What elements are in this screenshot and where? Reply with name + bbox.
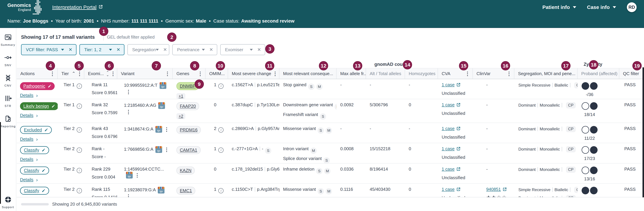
cva-case-link[interactable]: 1 case bbox=[442, 102, 454, 107]
variant-menu-icon[interactable]: ⋮ bbox=[164, 147, 169, 152]
details-link[interactable]: Details› bbox=[20, 113, 56, 118]
column-menu-icon[interactable]: ⋮ bbox=[333, 71, 336, 77]
filter-chip-exomiser[interactable]: Exomiser✕ bbox=[220, 44, 265, 55]
gene-pill[interactable]: EMC1 bbox=[176, 187, 195, 195]
column-menu-icon[interactable]: ⋮ bbox=[76, 71, 82, 77]
variant-menu-icon[interactable]: ⋮ bbox=[126, 109, 131, 115]
gene-pill[interactable]: PRDM16 bbox=[176, 126, 201, 134]
column-header-most-relevant-consequence[interactable]: Most relevant conseque...⋮ bbox=[279, 68, 336, 79]
column-menu-icon[interactable]: ⋮ bbox=[109, 71, 116, 77]
column-header-genes[interactable]: Genes⋮ bbox=[173, 68, 206, 79]
remove-filter-icon[interactable]: ✕ bbox=[116, 47, 120, 52]
igv-icon[interactable]: igv bbox=[158, 102, 165, 109]
more-genes-chip[interactable]: +2 bbox=[176, 113, 185, 119]
sidebar-item-support[interactable]: Support bbox=[0, 196, 16, 209]
remove-filter-icon[interactable]: ✕ bbox=[209, 47, 213, 52]
filter-chip-penetrance[interactable]: Penetrance✕ bbox=[172, 44, 217, 55]
filter-chip-segregation[interactable]: Segregation✕ bbox=[127, 44, 169, 55]
variant-menu-icon[interactable]: ⋮ bbox=[164, 127, 169, 132]
sidebar-item-str[interactable]: STR bbox=[0, 94, 16, 108]
igv-icon[interactable]: igv bbox=[156, 126, 162, 133]
patient-info-menu[interactable]: Patient info bbox=[542, 4, 576, 10]
remove-filter-icon[interactable]: ✕ bbox=[163, 47, 167, 52]
igv-icon[interactable]: igv bbox=[160, 82, 166, 89]
cell-segregation: DominantMonoallelicCP bbox=[514, 143, 578, 163]
vertical-scrollbar[interactable] bbox=[642, 67, 644, 197]
cva-case-link[interactable]: 1 case bbox=[442, 82, 454, 87]
sidebar-item-cnv[interactable]: CNV bbox=[0, 74, 16, 87]
column-menu-icon[interactable]: ⋮ bbox=[225, 71, 228, 77]
filter-chip-vcf-filter-pass[interactable]: VCF filter: PASS✕ bbox=[21, 44, 76, 55]
horizontal-scrollbar-thumb[interactable] bbox=[21, 203, 49, 205]
qc-filter-value: PASS bbox=[624, 82, 636, 87]
classification-button[interactable]: Likely benign bbox=[20, 102, 58, 110]
clinvar-link[interactable]: 940851 bbox=[486, 187, 501, 192]
column-menu-icon[interactable]: ⋮ bbox=[196, 71, 203, 77]
details-link[interactable]: Details› bbox=[20, 93, 56, 98]
chevron-down-icon[interactable] bbox=[156, 49, 159, 51]
chevron-down-icon[interactable] bbox=[61, 49, 64, 51]
interpretation-portal-link[interactable]: Interpretation Portal bbox=[52, 4, 103, 10]
column-header-segregation[interactable]: Segregation, MOI and pene...⋮ bbox=[514, 68, 578, 79]
cva-case-link[interactable]: 1 case bbox=[442, 146, 454, 151]
igv-icon[interactable]: igv bbox=[158, 187, 164, 193]
column-header-exomiser[interactable]: Exomi...⌃⌄⋮ bbox=[84, 68, 117, 79]
more-genes-chip[interactable]: +1 bbox=[176, 93, 185, 99]
gene-pill[interactable]: KAZN bbox=[176, 166, 195, 174]
classification-label: Pathogenic bbox=[24, 84, 45, 89]
cva-case-link[interactable]: 1 case bbox=[442, 166, 454, 172]
details-link[interactable]: Details› bbox=[20, 157, 56, 162]
variant-menu-icon[interactable]: ⋮ bbox=[135, 172, 140, 178]
column-menu-icon[interactable]: ⋮ bbox=[505, 71, 512, 77]
igv-icon[interactable]: igv bbox=[156, 146, 162, 153]
column-menu-icon[interactable]: ⋮ bbox=[48, 71, 55, 77]
classification-button[interactable]: Classify bbox=[20, 187, 49, 195]
column-header-clinvar[interactable]: ClinVar⋮ bbox=[473, 68, 514, 79]
details-link[interactable]: Details› bbox=[20, 177, 56, 182]
classification-button[interactable]: Excluded bbox=[20, 126, 52, 134]
external-link-icon bbox=[456, 187, 461, 193]
remove-filter-icon[interactable]: ✕ bbox=[257, 47, 261, 52]
column-menu-icon[interactable]: ⋮ bbox=[271, 71, 278, 77]
gene-pill[interactable]: CAMTA1 bbox=[176, 146, 201, 154]
remove-filter-icon[interactable]: ✕ bbox=[68, 47, 72, 52]
igv-icon[interactable]: igv bbox=[126, 172, 133, 178]
column-header-cva[interactable]: CVA⋮ bbox=[438, 68, 473, 79]
column-header-max-allele-freq[interactable]: Max allele fr...⋮ bbox=[336, 68, 366, 79]
cva-case-link[interactable]: 1 case bbox=[442, 187, 454, 192]
sidebar-item-summary[interactable]: Summary bbox=[0, 33, 16, 47]
cva-case-link[interactable]: 1 case bbox=[442, 126, 454, 131]
sort-asc-icon[interactable]: ⌃ bbox=[72, 71, 76, 76]
details-link[interactable]: Details› bbox=[20, 137, 56, 142]
classification-button[interactable]: Classify bbox=[20, 166, 49, 174]
column-menu-icon[interactable]: ⋮ bbox=[464, 71, 470, 77]
variant-menu-icon[interactable]: ⋮ bbox=[126, 89, 131, 95]
column-header-proband[interactable]: Proband (affected)⋮ bbox=[578, 68, 619, 79]
column-header-variant[interactable]: Variant⋮ bbox=[117, 68, 173, 79]
case-info-menu[interactable]: Case info bbox=[587, 4, 616, 10]
change-values: c.1150C>Tp.Arg384Trp... bbox=[232, 187, 278, 192]
chevron-down-icon[interactable] bbox=[250, 49, 253, 51]
column-menu-icon[interactable]: ⋮ bbox=[576, 71, 578, 77]
column-header-alt-total-alleles[interactable]: Alt / Total alleles bbox=[366, 68, 405, 79]
column-menu-icon[interactable]: ⋮ bbox=[436, 71, 438, 77]
sort-icons[interactable]: ⌃⌄ bbox=[106, 71, 109, 76]
gene-pill[interactable]: FAAP20 bbox=[176, 102, 199, 110]
column-menu-icon[interactable]: ⋮ bbox=[618, 71, 619, 77]
sidebar-scrollbar[interactable] bbox=[0, 122, 1, 204]
sidebar-item-snv[interactable]: SNV bbox=[0, 54, 16, 67]
column-header-homozygotes[interactable]: Homozygotes⋮ bbox=[405, 68, 438, 79]
avatar[interactable]: RD bbox=[627, 2, 636, 12]
chevron-down-icon[interactable] bbox=[202, 49, 205, 51]
column-menu-icon[interactable]: ⋮ bbox=[164, 71, 170, 77]
info-icon: i bbox=[218, 84, 224, 89]
filter-chip-tier-1-2[interactable]: Tier: 1, 2✕ bbox=[80, 44, 124, 55]
cell-most-relevant-consequence: Downstream gene variantMFrameshift varia… bbox=[279, 99, 336, 123]
classification-button[interactable]: Pathogenic bbox=[20, 82, 55, 90]
classification-button[interactable]: Classify bbox=[20, 146, 49, 154]
column-header-omim[interactable]: OMIM...⋮ bbox=[206, 68, 228, 79]
bullet-separator: • bbox=[209, 18, 210, 24]
column-header-qc-filter[interactable]: QC filter⋮ bbox=[619, 68, 644, 79]
chevron-down-icon[interactable] bbox=[109, 49, 112, 51]
sidebar-item-reporting[interactable]: Reporting bbox=[0, 115, 16, 128]
